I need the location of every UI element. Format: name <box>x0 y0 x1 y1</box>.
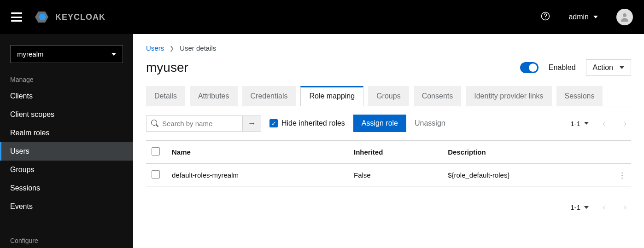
caret-down-icon <box>584 206 589 209</box>
page-range-label: 1-1 <box>570 203 580 211</box>
breadcrumb-link-users[interactable]: Users <box>146 44 164 52</box>
sidebar-item-events[interactable]: Events <box>0 197 133 216</box>
avatar[interactable] <box>616 9 633 25</box>
column-description: Description <box>442 141 613 164</box>
tab-consents[interactable]: Consents <box>414 86 462 106</box>
help-icon[interactable] <box>541 12 550 23</box>
sidebar-item-clients[interactable]: Clients <box>0 87 133 105</box>
pager-next-button[interactable]: › <box>619 201 631 214</box>
caret-down-icon <box>584 122 589 125</box>
cell-name: default-roles-myrealm <box>166 164 348 187</box>
header-left: KEYCLOAK <box>11 11 105 23</box>
toolbar-left: → ✓ Hide inherited roles Assign role Una… <box>146 115 445 132</box>
header-right: admin <box>541 9 633 25</box>
sidebar-item-users[interactable]: Users <box>0 142 133 161</box>
assign-role-button[interactable]: Assign role <box>353 115 406 132</box>
checkbox-icon: ✓ <box>269 119 278 127</box>
keycloak-logo-icon <box>35 11 52 23</box>
title-row: myuser Enabled Action <box>146 59 631 76</box>
tab-groups[interactable]: Groups <box>368 86 409 106</box>
brand-text: KEYCLOAK <box>55 12 105 22</box>
cell-description: ${role_default-roles} <box>442 164 613 187</box>
toolbar: → ✓ Hide inherited roles Assign role Una… <box>146 106 631 141</box>
tab-attributes[interactable]: Attributes <box>190 86 238 106</box>
hide-inherited-label: Hide inherited roles <box>281 119 345 127</box>
page-range-label: 1-1 <box>570 120 580 127</box>
chevron-right-icon: ❯ <box>170 45 174 52</box>
sidebar-item-realm-roles[interactable]: Realm roles <box>0 124 133 142</box>
footer-pagination: 1-1 ‹ › <box>146 187 631 223</box>
caret-down-icon <box>111 53 116 56</box>
realm-name: myrealm <box>17 50 44 58</box>
app-header: KEYCLOAK admin <box>0 0 644 34</box>
breadcrumb: Users ❯ User details <box>146 44 631 52</box>
tabs: Details Attributes Credentials Role mapp… <box>146 86 631 106</box>
section-heading-manage: Manage <box>0 71 133 87</box>
pager-prev-button[interactable]: ‹ <box>598 201 610 214</box>
sidebar-item-sessions[interactable]: Sessions <box>0 179 133 197</box>
arrow-right-icon: → <box>248 119 256 128</box>
sidebar-item-client-scopes[interactable]: Client scopes <box>0 105 133 124</box>
search-submit-button[interactable]: → <box>243 115 261 132</box>
action-label: Action <box>593 63 613 72</box>
caret-down-icon <box>593 16 598 18</box>
search-input[interactable] <box>146 115 243 132</box>
select-all-checkbox[interactable] <box>152 147 160 156</box>
tab-role-mapping[interactable]: Role mapping <box>300 86 363 106</box>
tab-credentials[interactable]: Credentials <box>242 86 296 106</box>
search-box: → <box>146 115 261 132</box>
roles-table: Name Inherited Description default-roles… <box>146 141 631 187</box>
hamburger-menu-icon[interactable] <box>11 12 22 22</box>
title-controls: Enabled Action <box>520 59 631 76</box>
caret-down-icon <box>620 66 624 69</box>
main-content: Users ❯ User details myuser Enabled Acti… <box>133 34 644 248</box>
pager-prev-button[interactable]: ‹ <box>598 117 610 130</box>
breadcrumb-current: User details <box>180 44 216 52</box>
table-row: default-roles-myrealm False ${role_defau… <box>146 164 631 187</box>
user-menu[interactable]: admin <box>568 13 598 21</box>
toolbar-right: 1-1 ‹ › <box>570 117 631 130</box>
unassign-button[interactable]: Unassign <box>415 119 445 127</box>
row-checkbox[interactable] <box>152 170 160 179</box>
page-range[interactable]: 1-1 <box>570 203 589 211</box>
brand-logo[interactable]: KEYCLOAK <box>35 11 105 23</box>
pager-next-button[interactable]: › <box>619 117 631 130</box>
svg-point-3 <box>545 17 546 18</box>
page-title: myuser <box>146 60 188 75</box>
tab-identity-provider-links[interactable]: Identity provider links <box>466 86 551 106</box>
sidebar-item-groups[interactable]: Groups <box>0 161 133 179</box>
username-label: admin <box>568 13 589 21</box>
enabled-label: Enabled <box>549 63 576 72</box>
tab-sessions[interactable]: Sessions <box>556 86 603 106</box>
action-dropdown[interactable]: Action <box>586 59 631 76</box>
section-heading-configure: Configure <box>0 232 133 248</box>
sidebar: myrealm Manage Clients Client scopes Rea… <box>0 34 133 248</box>
cell-inherited: False <box>348 164 442 187</box>
enabled-toggle[interactable] <box>520 62 539 73</box>
page-range[interactable]: 1-1 <box>570 120 589 127</box>
column-name: Name <box>166 141 348 164</box>
hide-inherited-checkbox[interactable]: ✓ Hide inherited roles <box>269 119 345 127</box>
row-actions-kebab-icon[interactable]: ⋮ <box>613 164 631 187</box>
tab-details[interactable]: Details <box>146 86 185 106</box>
svg-point-4 <box>623 13 626 17</box>
column-inherited: Inherited <box>348 141 442 164</box>
realm-selector[interactable]: myrealm <box>10 45 123 63</box>
